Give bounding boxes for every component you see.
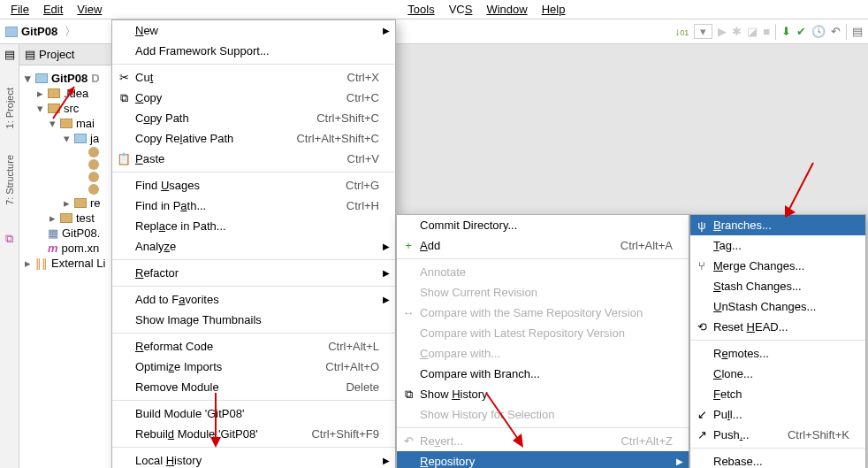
git-item-8[interactable]: Compare with Branch... — [397, 364, 689, 384]
context-item-24[interactable]: Rebuild Module 'GitP08'Ctrl+Shift+F9 — [112, 424, 395, 444]
context-label-10: Find in Path... — [135, 199, 325, 212]
git-item-12: ↶Revert...Ctrl+Alt+Z — [397, 431, 689, 451]
context-label-20: Optimize Imports — [135, 360, 304, 373]
context-icon-4: ⧉ — [117, 91, 131, 105]
context-item-1[interactable]: Add Framework Support... — [112, 41, 395, 61]
submenu-arrow-icon: ▶ — [383, 295, 390, 304]
git-item-9[interactable]: ⧉Show History — [397, 384, 689, 404]
structure-tool-label[interactable]: 7: Structure — [4, 155, 15, 205]
context-item-10[interactable]: Find in Path...Ctrl+H — [112, 196, 395, 216]
project-tool-label[interactable]: 1: Project — [4, 88, 15, 128]
config-dropdown[interactable]: ▾ — [694, 24, 712, 39]
context-shortcut-21: Delete — [324, 380, 379, 394]
git-item-13[interactable]: Repository▶ — [397, 451, 689, 468]
git-shortcut-1: Ctrl+Alt+A — [599, 239, 673, 252]
repo-item-0[interactable]: ψBranches... — [690, 215, 865, 235]
context-label-14: Refactor — [135, 266, 379, 280]
git-item-3: Annotate — [397, 262, 689, 282]
repo-label-2: Merge Changes... — [713, 259, 849, 272]
menu-file[interactable]: File — [4, 1, 36, 18]
context-item-4[interactable]: ⧉CopyCtrl+C — [112, 88, 395, 108]
repo-item-1[interactable]: Tag... — [690, 235, 865, 256]
structure-tool-icon[interactable]: ⧉ — [5, 232, 13, 246]
git-item-0[interactable]: Commit Directory... — [397, 215, 689, 235]
repo-icon-5: ⟲ — [695, 320, 709, 334]
context-item-20[interactable]: Optimize ImportsCtrl+Alt+O — [112, 357, 395, 377]
stop-icon[interactable]: ■ — [763, 25, 770, 38]
vcs-revert-icon[interactable]: ↶ — [831, 25, 841, 38]
vcs-history-icon[interactable]: 🕓 — [811, 25, 826, 38]
repo-item-9[interactable]: Fetch — [690, 384, 865, 404]
git-item-4: Show Current Revision — [397, 282, 689, 303]
git-icon-5: ↔ — [401, 306, 415, 319]
git-item-1[interactable]: +AddCtrl+Alt+A — [397, 235, 689, 256]
context-item-9[interactable]: Find UsagesCtrl+G — [112, 175, 395, 196]
context-label-19: Reformat Code — [135, 340, 307, 353]
context-item-19[interactable]: Reformat CodeCtrl+Alt+L — [112, 336, 395, 357]
repo-item-11[interactable]: ↗Push...Ctrl+Shift+K — [690, 425, 865, 445]
git-icon-1: + — [401, 239, 415, 252]
repo-label-1: Tag... — [713, 239, 849, 252]
context-item-11[interactable]: Replace in Path... — [112, 216, 395, 236]
context-separator — [112, 64, 395, 65]
tree-root-label: GitP08 — [51, 72, 88, 85]
repo-item-7[interactable]: Remotes... — [690, 343, 865, 364]
tool-gutter-left: ▤ 1: Project 7: Structure ⧉ — [0, 44, 19, 468]
context-item-12[interactable]: Analyze▶ — [112, 236, 395, 257]
context-item-16[interactable]: Add to Favorites▶ — [112, 289, 395, 310]
context-item-0[interactable]: New▶ — [112, 20, 395, 41]
menu-vcs[interactable]: VCS — [442, 1, 480, 18]
iml-icon: ▦ — [48, 226, 58, 240]
menu-edit[interactable]: Edit — [36, 1, 70, 18]
debug-icon[interactable]: ✱ — [732, 25, 742, 38]
repo-item-3[interactable]: Stash Changes... — [690, 276, 865, 296]
context-item-5[interactable]: Copy PathCtrl+Shift+C — [112, 108, 395, 128]
context-shortcut-20: Ctrl+Alt+O — [304, 360, 379, 373]
context-label-9: Find Usages — [135, 179, 324, 192]
vcs-update-icon[interactable]: ⬇ — [781, 25, 791, 38]
breadcrumb-project[interactable]: GitP08 — [21, 25, 57, 38]
repo-label-13: Rebase... — [713, 455, 849, 468]
git-label-6: Compare with Latest Repository Version — [420, 326, 673, 340]
context-label-26: Local History — [135, 454, 379, 467]
settings-icon[interactable]: ▤ — [852, 25, 863, 38]
config-icon[interactable]: ↓01 — [674, 26, 689, 38]
context-item-21[interactable]: Remove ModuleDelete — [112, 377, 395, 397]
repository-submenu: ψBranches...Tag...⑂Merge Changes...Stash… — [689, 214, 866, 468]
project-folder-icon — [5, 27, 18, 37]
run-icon[interactable]: ▶ — [718, 25, 727, 38]
git-shortcut-12: Ctrl+Alt+Z — [599, 434, 673, 448]
context-item-17[interactable]: Show Image Thumbnails — [112, 310, 395, 330]
repo-item-13[interactable]: Rebase... — [690, 451, 865, 468]
context-item-6[interactable]: Copy Relative PathCtrl+Alt+Shift+C — [112, 128, 395, 149]
context-item-3[interactable]: ✂CutCtrl+X — [112, 67, 395, 88]
menu-tools[interactable]: Tools — [400, 1, 441, 18]
context-item-23[interactable]: Build Module 'GitP08' — [112, 403, 395, 424]
repo-item-8[interactable]: Clone... — [690, 364, 865, 384]
repo-separator — [690, 448, 865, 449]
repo-item-4[interactable]: UnStash Changes... — [690, 296, 865, 317]
repo-icon-2: ⑂ — [695, 259, 709, 272]
repo-item-5[interactable]: ⟲Reset HEAD... — [690, 317, 865, 337]
repo-item-10[interactable]: ↙Pull... — [690, 404, 865, 425]
vcs-commit-icon[interactable]: ✔ — [796, 25, 806, 38]
context-label-7: Paste — [135, 152, 326, 165]
coverage-icon[interactable]: ◪ — [747, 25, 758, 38]
project-tool-icon[interactable]: ▤ — [4, 48, 15, 61]
context-item-14[interactable]: Refactor▶ — [112, 263, 395, 283]
menu-window[interactable]: Window — [479, 1, 534, 18]
submenu-arrow-icon: ▶ — [383, 242, 390, 251]
context-item-7[interactable]: 📋PasteCtrl+V — [112, 149, 395, 169]
context-separator — [112, 286, 395, 287]
repo-item-2[interactable]: ⑂Merge Changes... — [690, 256, 865, 276]
menu-help[interactable]: Help — [535, 1, 573, 18]
context-item-26[interactable]: Local History▶ — [112, 450, 395, 468]
context-separator — [112, 447, 395, 448]
repo-label-7: Remotes... — [713, 347, 849, 360]
git-item-5: ↔Compare with the Same Repository Versio… — [397, 303, 689, 323]
menu-bar: File Edit View Tools VCS Window Help — [0, 0, 868, 19]
menu-view[interactable]: View — [70, 1, 109, 18]
context-shortcut-19: Ctrl+Alt+L — [307, 340, 379, 353]
submenu-arrow-icon: ▶ — [383, 456, 390, 465]
repo-label-5: Reset HEAD... — [713, 320, 849, 334]
